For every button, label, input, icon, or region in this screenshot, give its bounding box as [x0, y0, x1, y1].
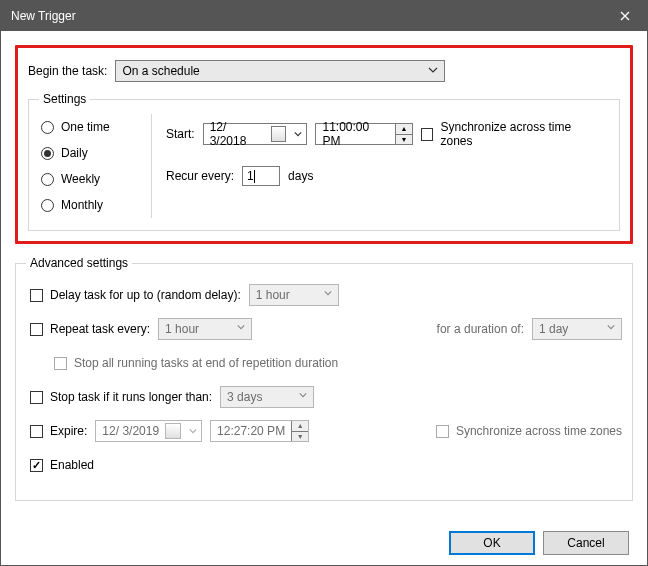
- checkbox-icon: [30, 425, 43, 438]
- sync-timezones-checkbox[interactable]: Synchronize across time zones: [421, 120, 603, 148]
- recur-every-input[interactable]: 1: [242, 166, 280, 186]
- checkbox-icon: [54, 357, 67, 370]
- checkbox-icon: [30, 323, 43, 336]
- chevron-down-icon: [428, 65, 438, 75]
- cancel-button[interactable]: Cancel: [543, 531, 629, 555]
- time-spinner[interactable]: ▲▼: [291, 421, 308, 441]
- begin-task-label: Begin the task:: [28, 64, 107, 78]
- titlebar: New Trigger: [1, 1, 647, 31]
- duration-label: for a duration of:: [437, 322, 524, 336]
- radio-daily[interactable]: Daily: [41, 146, 149, 160]
- calendar-icon: [165, 423, 181, 439]
- expire-sync-timezones-checkbox: Synchronize across time zones: [436, 424, 622, 438]
- chevron-down-icon: [324, 289, 332, 297]
- chevron-down-icon: [294, 127, 302, 141]
- period-radios: One time Daily Weekly Monthly: [39, 114, 149, 218]
- begin-task-select[interactable]: On a schedule: [115, 60, 445, 82]
- radio-icon: [41, 173, 54, 186]
- delay-task-checkbox[interactable]: Delay task for up to (random delay):: [30, 288, 241, 302]
- checkbox-icon: [436, 425, 449, 438]
- calendar-icon: [271, 126, 287, 142]
- settings-group: Settings One time Daily Weekly Monthly S…: [28, 92, 620, 231]
- stop-if-longer-checkbox[interactable]: Stop task if it runs longer than:: [30, 390, 212, 404]
- expire-date-input[interactable]: 12/ 3/2019: [95, 420, 202, 442]
- checkbox-icon: [30, 391, 43, 404]
- radio-icon: [41, 147, 54, 160]
- checkbox-icon: [421, 128, 434, 141]
- checkbox-icon: [30, 459, 43, 472]
- radio-weekly[interactable]: Weekly: [41, 172, 149, 186]
- new-trigger-dialog: New Trigger Begin the task: On a schedul…: [0, 0, 648, 566]
- highlight-box: Begin the task: On a schedule Settings O…: [15, 45, 633, 244]
- chevron-down-icon: [299, 391, 307, 399]
- start-time-input[interactable]: 11:00:00 PM ▲▼: [315, 123, 412, 145]
- radio-monthly[interactable]: Monthly: [41, 198, 149, 212]
- close-button[interactable]: [602, 1, 647, 31]
- radio-one-time[interactable]: One time: [41, 120, 149, 134]
- time-spinner[interactable]: ▲▼: [395, 124, 412, 144]
- stop-at-end-checkbox: Stop all running tasks at end of repetit…: [54, 356, 338, 370]
- spin-up-icon[interactable]: ▲: [396, 124, 412, 135]
- spin-down-icon[interactable]: ▼: [396, 135, 412, 145]
- start-date-input[interactable]: 12/ 3/2018: [203, 123, 308, 145]
- delay-value-select[interactable]: 1 hour: [249, 284, 339, 306]
- repeat-task-checkbox[interactable]: Repeat task every:: [30, 322, 150, 336]
- spin-down-icon[interactable]: ▼: [292, 432, 308, 442]
- chevron-down-icon: [189, 424, 197, 438]
- duration-value-select[interactable]: 1 day: [532, 318, 622, 340]
- chevron-down-icon: [607, 323, 615, 331]
- text-caret: [254, 170, 255, 183]
- advanced-settings-group: Advanced settings Delay task for up to (…: [15, 256, 633, 501]
- chevron-down-icon: [237, 323, 245, 331]
- expire-time-input[interactable]: 12:27:20 PM ▲▼: [210, 420, 309, 442]
- radio-icon: [41, 199, 54, 212]
- settings-legend: Settings: [39, 92, 90, 106]
- window-title: New Trigger: [11, 9, 602, 23]
- start-label: Start:: [166, 127, 195, 141]
- spin-up-icon[interactable]: ▲: [292, 421, 308, 432]
- advanced-legend: Advanced settings: [26, 256, 132, 270]
- stop-longer-value-select[interactable]: 3 days: [220, 386, 314, 408]
- expire-checkbox[interactable]: Expire:: [30, 424, 87, 438]
- recur-label: Recur every:: [166, 169, 234, 183]
- radio-icon: [41, 121, 54, 134]
- ok-button[interactable]: OK: [449, 531, 535, 555]
- recur-unit: days: [288, 169, 313, 183]
- checkbox-icon: [30, 289, 43, 302]
- button-bar: OK Cancel: [15, 523, 633, 555]
- enabled-checkbox[interactable]: Enabled: [30, 458, 94, 472]
- repeat-value-select[interactable]: 1 hour: [158, 318, 252, 340]
